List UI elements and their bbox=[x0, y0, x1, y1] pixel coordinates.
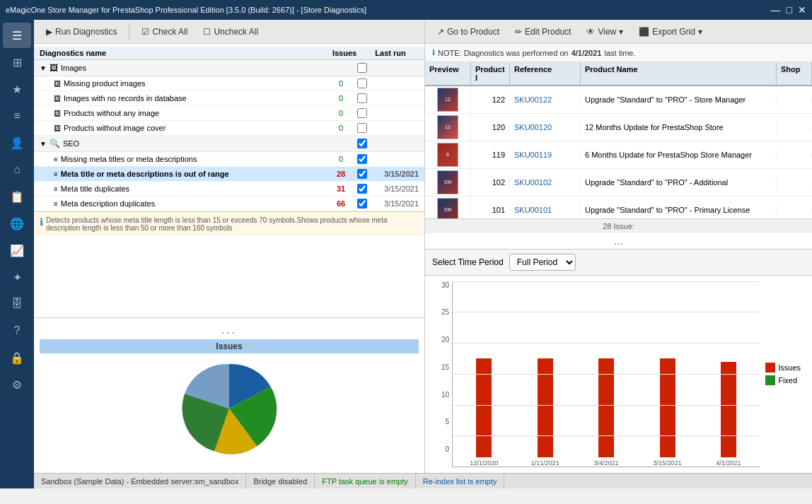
window-controls: — □ ✕ bbox=[771, 4, 806, 16]
seo-checkbox[interactable] bbox=[357, 139, 367, 148]
products-no-cover-checkbox[interactable] bbox=[357, 123, 367, 133]
tree-group-seo-header[interactable]: ▼ 🔍 SEO bbox=[34, 136, 424, 152]
check-all-icon: ☑ bbox=[141, 27, 149, 37]
check-all-button[interactable]: ☑ Check All bbox=[135, 24, 194, 40]
close-button[interactable]: ✕ bbox=[798, 4, 806, 16]
product-name-cell: Upgrade "Standard" to "PRO" - Additional bbox=[581, 176, 777, 189]
sidebar-icon-home[interactable]: ⌂ bbox=[3, 157, 31, 182]
sidebar-icon-db[interactable]: 🗄 bbox=[3, 291, 31, 317]
info-bar: ℹ Detects products whose meta title leng… bbox=[34, 211, 424, 236]
export-grid-button[interactable]: ⬛ Export Grid ▾ bbox=[632, 24, 709, 40]
note-bar: ℹ NOTE: Diagnostics was performed on 4/1… bbox=[425, 44, 812, 62]
col-diagnostics-name: Diagnostics name bbox=[40, 49, 327, 57]
export-icon: ⬛ bbox=[639, 27, 649, 37]
item-icon-5: ≡ bbox=[54, 156, 58, 163]
sidebar-icon-menu[interactable]: ☰ bbox=[3, 23, 31, 48]
item-icon-4: 🖼 bbox=[54, 124, 61, 132]
bar-label-3: 3/4/2021 bbox=[594, 459, 619, 467]
title-bar: eMagicOne Store Manager for PrestaShop P… bbox=[0, 0, 812, 20]
tree-item-meta-out-of-range[interactable]: ≡ Meta title or meta descriptions is out… bbox=[34, 167, 424, 182]
sidebar-icon-analytics[interactable]: 📈 bbox=[3, 238, 31, 263]
sidebar-icon-settings[interactable]: ⚙ bbox=[3, 372, 31, 397]
right-toolbar: ↗ Go to Product ✏ Edit Product 👁 View ▾ … bbox=[425, 20, 812, 44]
tree-item-products-no-image[interactable]: 🖼 Products without any image 0 bbox=[34, 106, 424, 121]
uncheck-all-button[interactable]: ☐ Uncheck All bbox=[197, 24, 265, 40]
sidebar-icon-user[interactable]: 👤 bbox=[3, 130, 31, 156]
meta-out-of-range-checkbox[interactable] bbox=[357, 169, 367, 179]
meta-title-dup-checkbox[interactable] bbox=[357, 184, 367, 194]
edit-product-button[interactable]: ✏ Edit Product bbox=[509, 24, 577, 40]
tree-content: Diagnostics name Issues Last run ▼ 🖼 Ima… bbox=[34, 44, 424, 317]
shop-cell bbox=[777, 180, 812, 184]
product-id-cell: 120 bbox=[471, 121, 510, 134]
time-period-label: Select Time Period bbox=[432, 257, 504, 267]
bar-group-5: 4/1/2021 bbox=[701, 362, 756, 467]
tree-group-images-header[interactable]: ▼ 🖼 Images bbox=[34, 60, 424, 76]
goto-icon: ↗ bbox=[437, 27, 444, 37]
tree-group-images: ▼ 🖼 Images 🖼 Missing product images bbox=[34, 60, 424, 136]
tree-item-missing-product-images[interactable]: 🖼 Missing product images 0 bbox=[34, 76, 424, 91]
table-row[interactable]: 6 119 SKU00119 6 Months Update for Prest… bbox=[425, 141, 812, 169]
table-row[interactable]: SM 101 SKU00101 Upgrade "Standard" to "P… bbox=[425, 197, 812, 218]
shop-cell bbox=[777, 153, 812, 157]
status-bridge: Bridge disabled bbox=[246, 474, 315, 488]
tree-item-products-no-cover[interactable]: 🖼 Products without image cover 0 bbox=[34, 121, 424, 136]
chart-title: Issues bbox=[40, 339, 419, 353]
sidebar-icon-puzzle[interactable]: ✦ bbox=[3, 264, 31, 290]
run-label: Run Diagnostics bbox=[55, 27, 117, 37]
bar-chart-container: 30 25 20 15 10 5 0 bbox=[425, 276, 812, 474]
tree-item-images-no-records[interactable]: 🖼 Images with no records in database 0 bbox=[34, 91, 424, 106]
note-date: 4/1/2021 bbox=[572, 49, 602, 57]
images-checkbox[interactable] bbox=[357, 63, 367, 73]
shop-cell bbox=[777, 98, 812, 102]
table-row[interactable]: 12 120 SKU00120 12 Months Update for Pre… bbox=[425, 114, 812, 141]
tree-item-meta-desc-duplicates[interactable]: ≡ Meta description duplicates 66 3/15/20… bbox=[34, 197, 424, 211]
meta-desc-dup-checkbox[interactable] bbox=[357, 199, 367, 209]
bar-label-2: 1/11/2021 bbox=[531, 459, 559, 467]
missing-meta-checkbox[interactable] bbox=[357, 154, 367, 164]
preview-cell: 6 bbox=[425, 141, 471, 168]
reference-cell: SKU00102 bbox=[510, 176, 581, 189]
chart-dots: ... bbox=[221, 324, 237, 336]
run-diagnostics-button[interactable]: ▶ Run Diagnostics bbox=[40, 24, 123, 40]
time-period-bar: Select Time Period Full Period Last Mont… bbox=[425, 249, 812, 276]
sidebar-icon-lock[interactable]: 🔒 bbox=[3, 345, 31, 370]
left-panel: ▶ Run Diagnostics ☑ Check All ☐ Uncheck … bbox=[34, 20, 425, 473]
go-to-product-button[interactable]: ↗ Go to Product bbox=[431, 24, 506, 40]
sidebar: ☰ ⊞ ★ ≡ 👤 ⌂ 📋 🌐 📈 ✦ 🗄 ? 🔒 ⚙ bbox=[0, 20, 34, 488]
note-info-icon: ℹ bbox=[432, 48, 435, 57]
images-checkbox-cell bbox=[355, 63, 369, 73]
col-shop: Shop bbox=[777, 62, 812, 85]
item-icon-7: ≡ bbox=[54, 185, 58, 193]
maximize-button[interactable]: □ bbox=[787, 4, 792, 16]
chevron-down-icon: ▼ bbox=[40, 64, 47, 72]
products-no-image-checkbox[interactable] bbox=[357, 108, 367, 118]
content-area: ▶ Run Diagnostics ☑ Check All ☐ Uncheck … bbox=[34, 20, 812, 488]
export-dropdown-icon: ▾ bbox=[698, 27, 702, 37]
sidebar-icon-help[interactable]: ? bbox=[3, 318, 31, 344]
item-icon-6: ≡ bbox=[54, 170, 58, 178]
tree-item-meta-title-duplicates[interactable]: ≡ Meta title duplicates 31 3/15/2021 bbox=[34, 182, 424, 197]
grid-body: 12 122 SKU00122 Upgrade "Standard" to "P… bbox=[425, 86, 812, 218]
table-row[interactable]: 12 122 SKU00122 Upgrade "Standard" to "P… bbox=[425, 86, 812, 114]
minimize-button[interactable]: — bbox=[771, 4, 781, 16]
bar-issues-4 bbox=[660, 358, 675, 457]
sidebar-icon-star[interactable]: ★ bbox=[3, 76, 31, 102]
sidebar-icon-reports[interactable]: 📋 bbox=[3, 184, 31, 209]
reference-cell: SKU00119 bbox=[510, 148, 581, 161]
seo-group-label: SEO bbox=[63, 139, 327, 148]
product-id-cell: 119 bbox=[471, 148, 510, 161]
images-no-records-checkbox[interactable] bbox=[357, 93, 367, 103]
product-name-cell: 6 Months Update for PrestaShop Store Man… bbox=[581, 148, 777, 161]
view-button[interactable]: 👁 View ▾ bbox=[580, 24, 630, 40]
missing-product-images-checkbox[interactable] bbox=[357, 78, 367, 88]
sidebar-icon-globe[interactable]: 🌐 bbox=[3, 211, 31, 236]
seo-icon: 🔍 bbox=[50, 139, 60, 148]
table-row[interactable]: SM 102 SKU00102 Upgrade "Standard" to "P… bbox=[425, 169, 812, 197]
tree-item-missing-meta[interactable]: ≡ Missing meta titles or meta descriptio… bbox=[34, 152, 424, 167]
sidebar-icon-dashboard[interactable]: ⊞ bbox=[3, 49, 31, 75]
preview-cell: SM bbox=[425, 197, 471, 218]
product-name-cell: Upgrade "Standard" to "PRO" - Primary Li… bbox=[581, 204, 777, 216]
time-period-select[interactable]: Full Period Last Month Last Year bbox=[509, 254, 576, 271]
sidebar-icon-orders[interactable]: ≡ bbox=[3, 103, 31, 129]
